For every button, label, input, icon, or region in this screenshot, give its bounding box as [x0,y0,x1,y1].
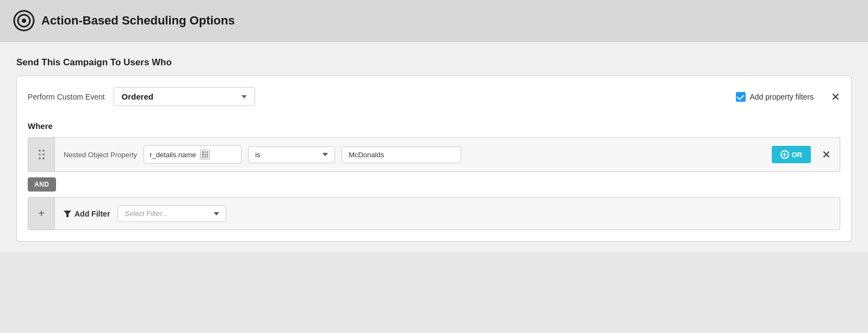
filter-value-text: McDonalds [349,151,384,159]
drag-handle[interactable] [28,137,55,172]
select-filter-placeholder: Select Filter... [125,209,209,218]
add-filter-plus-button[interactable]: + [28,197,55,230]
filter-inner: Nested Object Property r_details.name is [55,137,840,172]
filter-close-button[interactable]: ✕ [822,148,831,161]
svg-point-2 [22,18,26,23]
add-property-label: Add property filters [750,92,814,101]
where-section: Where Nested Object Property r_details.n… [28,116,840,230]
select-filter-dropdown[interactable]: Select Filter... [117,205,226,222]
and-row: AND [28,172,840,197]
target-icon [13,10,35,32]
card: Perform Custom Event Ordered Add propert… [16,76,852,242]
where-title: Where [28,121,840,131]
operator-select[interactable]: is [248,146,335,163]
main-content: Send This Campaign To Users Who Perform … [0,42,868,252]
select-filter-chevron-icon [214,212,219,215]
event-label: Perform Custom Event [28,92,105,101]
filter-type-label: Nested Object Property [64,151,137,159]
operator-value: is [255,151,318,159]
field-input[interactable]: r_details.name [144,145,241,164]
event-select-value: Ordered [122,92,153,101]
add-filter-text: Add Filter [75,209,110,218]
close-event-row-button[interactable]: ✕ [831,90,840,103]
filter-value-input[interactable]: McDonalds [342,146,461,163]
and-button[interactable]: AND [28,177,56,192]
add-filter-label: Add Filter [64,209,110,218]
add-filter-row: + Add Filter Select Filter... [28,197,840,230]
operator-chevron-icon [323,153,328,156]
section-title: Send This Campaign To Users Who [16,57,852,68]
grid-icon [200,150,210,159]
page-title: Action-Based Scheduling Options [41,14,235,28]
field-value: r_details.name [150,151,196,159]
chevron-down-icon [241,95,247,98]
add-filter-inner: Add Filter Select Filter... [55,197,840,230]
funnel-icon [64,210,71,218]
header: Action-Based Scheduling Options [0,0,868,42]
filter-row: Nested Object Property r_details.name is [28,137,840,172]
or-plus-icon: + [780,150,789,159]
event-select-dropdown[interactable]: Ordered [114,87,255,106]
add-property-filters-checkbox[interactable] [736,92,746,102]
svg-marker-3 [64,211,71,217]
drag-dots-icon [39,150,45,159]
or-button[interactable]: + OR [772,146,811,163]
add-property-filters-group: Add property filters [736,92,814,102]
or-label: OR [792,151,803,159]
event-row: Perform Custom Event Ordered Add propert… [28,87,840,116]
